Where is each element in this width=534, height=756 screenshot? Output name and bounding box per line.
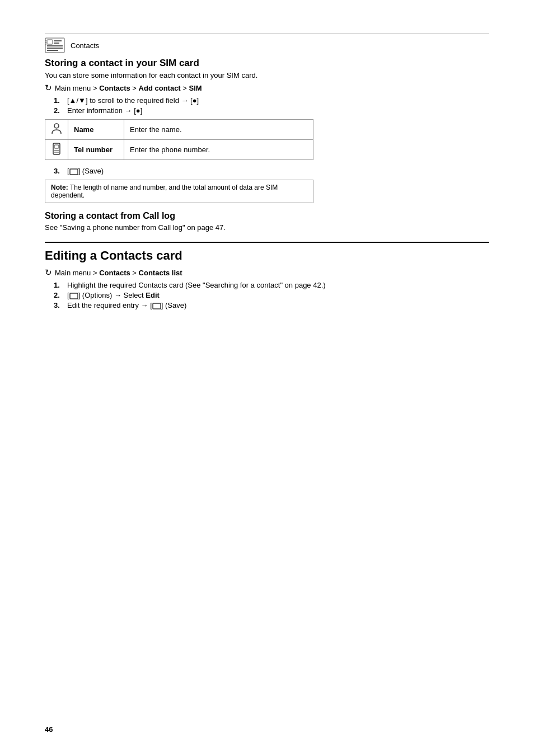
svg-rect-16 [70,293,78,299]
svg-rect-5 [54,40,62,41]
sim-info-table: Name Enter the name. Tel number Enter th… [45,119,313,160]
editing-step-3-num: 3. [54,301,65,309]
note-label: Note: [51,184,68,191]
editing-step-3: 3. Edit the required entry → [] (Save) [54,301,489,309]
refresh-icon-2: ↻ [45,267,52,278]
step-1-num: 1. [54,96,65,105]
sim-menu-path-text: Main menu > Contacts > Add contact > SIM [55,84,202,92]
editing-step-2-content: [] (Options) → Select Edit [67,291,489,299]
sim-steps: 1. [▲/▼] to scroll to the required field… [54,96,489,115]
svg-rect-6 [54,43,59,44]
person-icon [51,123,62,135]
step-3-content: [] (Save) [67,167,489,175]
step-2-content: Enter information → [●] [67,106,489,115]
call-log-title: Storing a contact from Call log [45,211,489,221]
svg-rect-12 [54,145,59,148]
editing-menu-path: ↻ Main menu > Contacts > Contacts list [45,267,489,278]
page-number: 46 [45,725,53,734]
name-field-label: Name [68,120,124,140]
save-button-icon-2 [152,303,161,309]
name-icon-cell [45,120,68,140]
svg-rect-2 [47,45,63,46]
editing-step-1-num: 1. [54,281,65,289]
sim-contact-title: Storing a contact in your SIM card [45,58,489,69]
editing-step-3-content: Edit the required entry → [] (Save) [67,301,489,309]
section-label: Contacts [71,41,99,50]
call-log-description: See "Saving a phone number from Call log… [45,223,489,232]
svg-rect-15 [70,169,78,175]
note-text: The length of name and number, and the t… [51,184,278,199]
name-field-desc: Enter the name. [124,120,313,140]
page: Contacts Storing a contact in your SIM c… [0,0,534,756]
svg-rect-17 [153,303,161,309]
svg-rect-3 [47,48,63,49]
contacts-icon [45,37,65,53]
step-3-num: 3. [54,167,65,175]
table-row: Tel number Enter the phone number. [45,140,313,160]
sim-icon [52,143,61,155]
sim-contact-description: You can store some information for each … [45,71,489,79]
editing-menu-path-text: Main menu > Contacts > Contacts list [55,269,182,277]
editing-step-2-num: 2. [54,291,65,299]
svg-point-10 [54,124,59,128]
step-3: 3. [] (Save) [54,167,489,175]
tel-field-desc: Enter the phone number. [124,140,313,160]
editing-step-1: 1. Highlight the required Contacts card … [54,281,489,289]
section-header: Contacts [45,34,489,53]
step-1-content: [▲/▼] to scroll to the required field → … [67,96,489,105]
step-2-num: 2. [54,106,65,115]
options-button-icon [69,293,78,299]
tel-field-label: Tel number [68,140,124,160]
phone-icon-cell [45,140,68,160]
table-row: Name Enter the name. [45,120,313,140]
svg-rect-4 [47,50,58,51]
note-box: Note: The length of name and number, and… [45,180,313,203]
step-2: 2. Enter information → [●] [54,106,489,115]
editing-step-2: 2. [] (Options) → Select Edit [54,291,489,299]
svg-rect-1 [47,40,53,44]
sim-menu-path: ↻ Main menu > Contacts > Add contact > S… [45,83,489,93]
editing-title: Editing a Contacts card [45,242,489,263]
refresh-icon: ↻ [45,83,52,93]
step-1: 1. [▲/▼] to scroll to the required field… [54,96,489,105]
editing-steps: 1. Highlight the required Contacts card … [54,281,489,309]
sim-step3: 3. [] (Save) [54,167,489,175]
editing-step-1-content: Highlight the required Contacts card (Se… [67,281,489,289]
save-button-icon [69,168,78,175]
